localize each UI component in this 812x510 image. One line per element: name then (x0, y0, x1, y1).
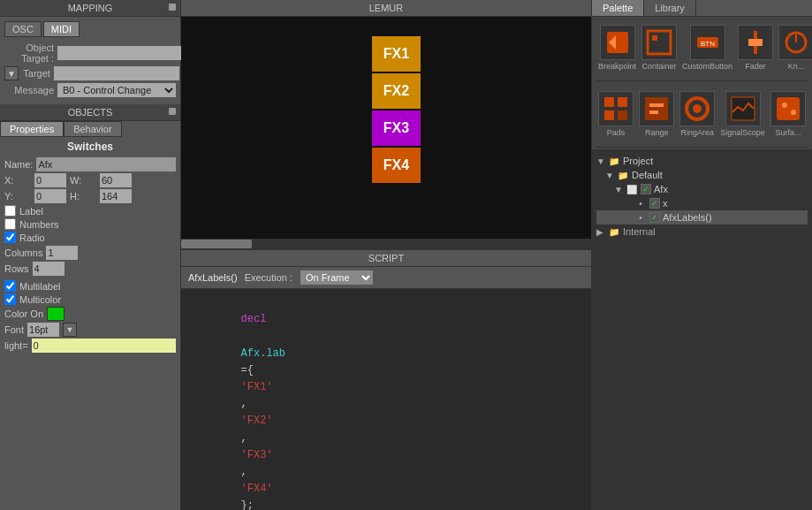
tree-internal[interactable]: ▶ 📁 Internal (596, 225, 808, 239)
x-checkbox[interactable]: ✓ (649, 198, 660, 209)
palette-range[interactable]: Range (637, 88, 676, 141)
library-tab[interactable]: Library (644, 0, 696, 16)
label-checkbox-label: Label (19, 206, 43, 217)
custombutton-label: CustomButton (682, 62, 732, 71)
tree-default[interactable]: ▼ 📁 Default (596, 168, 808, 182)
multilabel-label: Multilabel (19, 281, 60, 292)
osc-tab[interactable]: OSC (4, 21, 42, 37)
light-row: light= (0, 338, 180, 354)
columns-row: Columns (4, 246, 176, 260)
palette-container[interactable]: Container (640, 21, 679, 74)
midi-tab[interactable]: MIDI (43, 21, 80, 37)
multicolor-checkbox[interactable] (4, 293, 16, 305)
radio-checkbox[interactable] (4, 232, 16, 243)
fx4-button[interactable]: FX4 (372, 148, 421, 183)
behavior-tab[interactable]: Behavior (64, 121, 121, 137)
y-input[interactable] (34, 189, 66, 203)
palette-signalscope[interactable]: SignalScope (718, 88, 767, 141)
signalscope-label: SignalScope (720, 128, 765, 137)
internal-label: Internal (623, 226, 656, 237)
left-panel: MAPPING OSC MIDI Object Target : ▼ Targe… (0, 0, 181, 510)
fx2-button[interactable]: FX2 (372, 73, 421, 109)
message-row: Message B0 - Control Change (4, 83, 176, 97)
x-label: x (663, 198, 668, 209)
tree-project[interactable]: ▼ 📁 Project (596, 154, 808, 168)
columns-rows-section: Columns Rows (0, 244, 180, 279)
label-checkbox[interactable] (4, 205, 16, 217)
afxlabels-checkbox[interactable]: ✓ (649, 212, 660, 223)
numbers-checkbox-row: Numbers (0, 217, 180, 231)
properties-tab[interactable]: Properties (0, 121, 64, 137)
palette-pads[interactable]: Pads (596, 88, 635, 141)
radio-checkbox-label: Radio (19, 232, 45, 243)
color-on-label: Color On (4, 308, 43, 319)
font-dropdown[interactable]: ▼ (63, 323, 77, 337)
radio-checkbox-row: Radio (0, 231, 180, 244)
svg-rect-9 (604, 97, 614, 107)
project-folder-icon: 📁 (608, 155, 620, 167)
palette-custombutton[interactable]: BTN CustomButton (680, 21, 734, 74)
tree-x[interactable]: • ✓ x (596, 196, 808, 210)
tree-afxlabels[interactable]: • ✓ AfxLabels() (596, 210, 808, 225)
tree-section: ▼ 📁 Project ▼ 📁 Default ▼ ⬜ ✓ Afx • ✓ x … (592, 149, 812, 510)
palette-knob[interactable]: Kn... (777, 21, 812, 74)
h-input[interactable] (100, 189, 132, 203)
x-input[interactable] (34, 173, 66, 187)
rows-row: Rows (4, 262, 176, 276)
range-label: Range (645, 128, 669, 137)
svg-rect-13 (645, 97, 668, 120)
afx-checkbox[interactable]: ✓ (641, 184, 651, 194)
surface-icon (770, 91, 806, 126)
script-header: SCRIPT (181, 250, 591, 267)
light-label: light= (4, 340, 28, 351)
default-label: Default (632, 170, 663, 180)
object-target-input[interactable] (57, 46, 183, 60)
object-target-label: Object Target : (4, 42, 57, 64)
palette-breakpoint[interactable]: Breakpoint (596, 21, 638, 74)
light-input[interactable] (32, 339, 176, 353)
multilabel-checkbox[interactable] (4, 280, 16, 292)
breakpoint-icon (600, 25, 635, 60)
font-input[interactable] (27, 323, 59, 337)
container-label: Container (642, 62, 677, 71)
code-line-1: decl Afx.lab ={ 'FX1' , 'FX2' , 'FX3' , … (190, 294, 582, 510)
palette-ringarea[interactable]: RingArea (678, 88, 717, 141)
objects-close[interactable] (169, 108, 176, 115)
svg-rect-15 (649, 110, 658, 114)
x-label: X: (4, 175, 31, 186)
right-panel: Palette Library Breakpoint Container (591, 0, 812, 510)
object-target-row: Object Target : (4, 42, 176, 64)
execution-select[interactable]: On Frame On Receive On Trigger (300, 270, 374, 285)
script-body[interactable]: decl Afx.lab ={ 'FX1' , 'FX2' , 'FX3' , … (181, 289, 591, 510)
fader-icon (738, 25, 773, 60)
tree-afx[interactable]: ▼ ⬜ ✓ Afx (596, 182, 808, 196)
fx3-button[interactable]: FX3 (372, 110, 421, 146)
columns-label: Columns (4, 247, 42, 258)
mapping-section: OSC MIDI Object Target : ▼ Target Messag… (0, 17, 180, 104)
palette-tab[interactable]: Palette (592, 0, 644, 16)
name-input[interactable] (36, 157, 176, 171)
lemur-header: LEMUR (181, 0, 591, 17)
mapping-close[interactable] (169, 4, 176, 11)
breakpoint-label: Breakpoint (598, 62, 636, 71)
color-on-row: Color On (0, 306, 180, 322)
target-dropdown-btn[interactable]: ▼ (4, 66, 19, 80)
fx1-button[interactable]: FX1 (372, 36, 421, 72)
color-on-swatch[interactable] (47, 307, 65, 321)
palette-header: Palette Library (592, 0, 812, 17)
rows-input[interactable] (33, 262, 65, 276)
columns-input[interactable] (46, 246, 78, 260)
palette-fader[interactable]: Fader (736, 21, 775, 74)
svg-rect-2 (652, 35, 657, 41)
lemur-canvas[interactable]: FX1 FX2 FX3 FX4 (181, 17, 591, 239)
svg-rect-10 (618, 97, 627, 107)
palette-surface[interactable]: Surfa... (769, 88, 808, 141)
palette-divider (596, 80, 808, 81)
lemur-scrollbar[interactable] (181, 239, 591, 249)
lemur-scroll-thumb[interactable] (181, 240, 252, 248)
numbers-checkbox[interactable] (4, 218, 16, 230)
w-input[interactable] (100, 173, 132, 187)
svg-rect-12 (618, 110, 627, 120)
message-select[interactable]: B0 - Control Change (57, 83, 176, 97)
target-input[interactable] (54, 66, 179, 80)
